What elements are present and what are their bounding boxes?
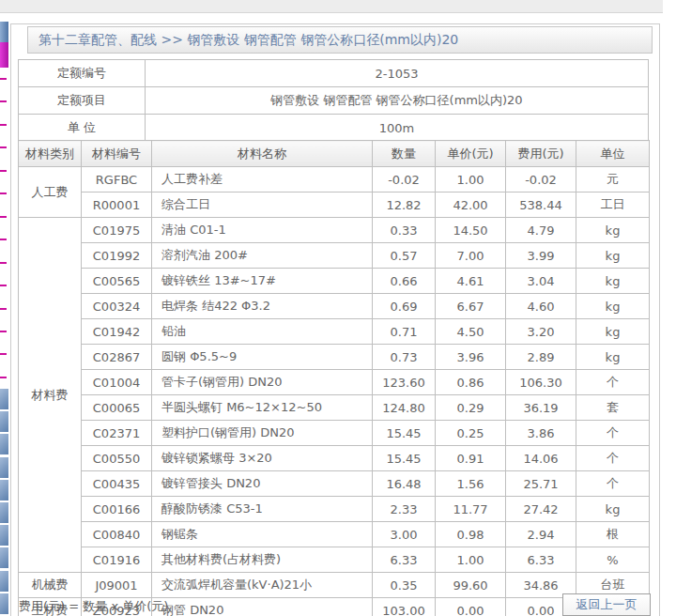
unit-price-cell: 7.00 bbox=[436, 243, 506, 269]
sidebar-bullet-icon bbox=[0, 331, 7, 332]
sidebar-button-sliver[interactable] bbox=[0, 571, 8, 592]
table-row: 定额项目 钢管敷设 钢管配管 钢管公称口径(mm以内)20 bbox=[19, 87, 649, 115]
quantity-cell: 0.71 bbox=[373, 319, 436, 345]
cost-cell: 27.42 bbox=[506, 497, 576, 522]
unit-price-cell: 99.60 bbox=[436, 573, 506, 598]
category-cell: 材料费 bbox=[19, 218, 82, 573]
quota-number-value: 2-1053 bbox=[146, 60, 649, 87]
quantity-cell: 0.73 bbox=[373, 345, 436, 370]
sidebar-bullet-icon bbox=[0, 78, 7, 80]
top-gray-band bbox=[0, 0, 663, 13]
table-row: 定额编号 2-1053 bbox=[19, 60, 649, 87]
materials-table: 材料类别材料编号材料名称数量单价(元)费用(元)单位 人工费RGFBC人工费补差… bbox=[18, 140, 650, 616]
unit-cell: kg bbox=[576, 345, 650, 370]
material-code-cell: C02867 bbox=[82, 345, 152, 370]
unit-price-cell: 0.86 bbox=[436, 370, 506, 395]
unit-price-cell: 6.67 bbox=[436, 294, 506, 319]
material-name-cell: 镀锌管接头 DN20 bbox=[152, 471, 373, 497]
material-name-cell: 交流弧焊机容量(kV·A)21小 bbox=[152, 573, 373, 598]
material-name-cell: 人工费补差 bbox=[152, 167, 373, 192]
unit-cell: 个 bbox=[576, 370, 650, 395]
cost-cell: 4.79 bbox=[506, 218, 576, 243]
quantity-cell: 0.69 bbox=[373, 294, 436, 319]
unit-price-cell: 1.00 bbox=[436, 167, 506, 192]
material-code-cell: C00166 bbox=[82, 497, 152, 522]
cost-cell: 36.19 bbox=[506, 395, 576, 421]
sidebar-button-sliver[interactable] bbox=[0, 389, 8, 409]
table-row: C01942铅油0.714.503.20kg bbox=[19, 319, 650, 345]
cost-cell: 2.89 bbox=[506, 345, 576, 370]
material-name-cell: 半圆头螺钉 M6~12×12~50 bbox=[152, 395, 373, 421]
material-name-cell: 醇酸防锈漆 C53-1 bbox=[152, 497, 373, 522]
table-row: C00550镀锌锁紧螺母 3×2015.450.9114.06个 bbox=[19, 446, 650, 471]
unit-cell: kg bbox=[576, 294, 650, 319]
sidebar-button-sliver[interactable] bbox=[0, 525, 8, 546]
unit-price-cell: 11.77 bbox=[436, 497, 506, 522]
quantity-cell: 124.80 bbox=[373, 395, 436, 421]
sidebar-bullet-icon bbox=[0, 285, 7, 286]
quota-number-label: 定额编号 bbox=[19, 60, 146, 87]
sidebar-button-sliver[interactable] bbox=[0, 457, 8, 478]
cost-cell: -0.02 bbox=[506, 167, 576, 192]
sidebar-selected-item-sliver[interactable] bbox=[0, 22, 8, 42]
sidebar-button-sliver[interactable] bbox=[0, 434, 8, 454]
unit-price-cell: 1.00 bbox=[436, 547, 506, 573]
sidebar-highlight-item-sliver[interactable] bbox=[0, 42, 8, 68]
category-cell: 人工费 bbox=[19, 167, 82, 218]
column-header: 费用(元) bbox=[506, 141, 576, 167]
unit-label: 单 位 bbox=[19, 115, 146, 142]
back-button[interactable]: 返回上一页 bbox=[562, 593, 651, 616]
unit-cell: 个 bbox=[576, 421, 650, 446]
unit-cell: 工日 bbox=[576, 192, 650, 218]
unit-price-cell: 0.98 bbox=[436, 522, 506, 547]
unit-price-cell: 14.50 bbox=[436, 218, 506, 243]
sidebar-button-sliver[interactable] bbox=[0, 480, 8, 500]
cost-cell: 3.04 bbox=[506, 269, 576, 294]
quota-info-table: 定额编号 2-1053 定额项目 钢管敷设 钢管配管 钢管公称口径(mm以内)2… bbox=[18, 59, 649, 142]
table-row: 材料费C01975清油 C01-10.3314.504.79kg bbox=[19, 218, 650, 243]
breadcrumb[interactable]: 第十二章配管、配线 >> 钢管敷设 钢管配管 钢管公称口径(mm以内)20 bbox=[27, 26, 653, 54]
column-header: 数量 bbox=[373, 141, 436, 167]
unit-price-cell: 42.00 bbox=[436, 192, 506, 218]
sidebar-bullet-icon bbox=[0, 308, 7, 310]
quantity-cell: 0.57 bbox=[373, 243, 436, 269]
sidebar-bullet-icon bbox=[0, 377, 7, 378]
table-row: C01004管卡子(钢管用) DN20123.600.86106.30个 bbox=[19, 370, 650, 395]
sidebar-bullet-icon bbox=[0, 192, 7, 194]
table-row: 机械费J09001交流弧焊机容量(kV·A)21小0.3599.6034.86台… bbox=[19, 573, 650, 598]
material-name-cell: 电焊条 结422 Φ3.2 bbox=[152, 294, 373, 319]
column-header: 材料编号 bbox=[82, 141, 152, 167]
table-row: C00565镀锌铁丝 13#~17#0.664.613.04kg bbox=[19, 269, 650, 294]
sidebar-bullet-icon bbox=[0, 124, 7, 126]
table-row: C00840钢锯条3.000.982.94根 bbox=[19, 522, 650, 547]
sidebar-button-sliver[interactable] bbox=[0, 411, 8, 432]
table-row: C00324电焊条 结422 Φ3.20.696.674.60kg bbox=[19, 294, 650, 319]
material-code-cell: C01975 bbox=[82, 218, 152, 243]
cost-formula-note: 费用(元) = 数量 x 单价(元) bbox=[19, 597, 168, 616]
table-row: C02867圆钢 Φ5.5~90.733.962.89kg bbox=[19, 345, 650, 370]
sidebar-button-sliver[interactable] bbox=[0, 502, 8, 523]
unit-cell: % bbox=[576, 547, 650, 573]
material-name-cell: 塑料护口(钢管用) DN20 bbox=[152, 421, 373, 446]
material-code-cell: C02371 bbox=[82, 421, 152, 446]
material-code-cell: J09001 bbox=[82, 573, 152, 598]
table-row: C01992溶剂汽油 200#0.577.003.99kg bbox=[19, 243, 650, 269]
material-code-cell: C01916 bbox=[82, 547, 152, 573]
material-code-cell: C00840 bbox=[82, 522, 152, 547]
unit-price-cell: 0.00 bbox=[436, 598, 506, 616]
sidebar-button-sliver[interactable] bbox=[0, 547, 8, 568]
column-header: 单价(元) bbox=[436, 141, 506, 167]
quota-item-value: 钢管敷设 钢管配管 钢管公称口径(mm以内)20 bbox=[146, 87, 649, 115]
unit-price-cell: 4.61 bbox=[436, 269, 506, 294]
table-row: C02371塑料护口(钢管用) DN2015.450.253.86个 bbox=[19, 421, 650, 446]
breadcrumb-text[interactable]: 第十二章配管、配线 >> 钢管敷设 钢管配管 钢管公称口径(mm以内)20 bbox=[38, 32, 458, 47]
sidebar-button-sliver[interactable] bbox=[0, 593, 8, 614]
category-cell: 机械费 bbox=[19, 573, 82, 598]
content-panel: 第十二章配管、配线 >> 钢管敷设 钢管配管 钢管公称口径(mm以内)20 定额… bbox=[10, 23, 660, 616]
cost-cell: 538.44 bbox=[506, 192, 576, 218]
quantity-cell: 103.00 bbox=[373, 598, 436, 616]
left-sidebar-strip bbox=[0, 22, 8, 616]
material-code-cell: C01004 bbox=[82, 370, 152, 395]
sidebar-bullet-icon bbox=[0, 170, 7, 172]
quantity-cell: 15.45 bbox=[373, 446, 436, 471]
